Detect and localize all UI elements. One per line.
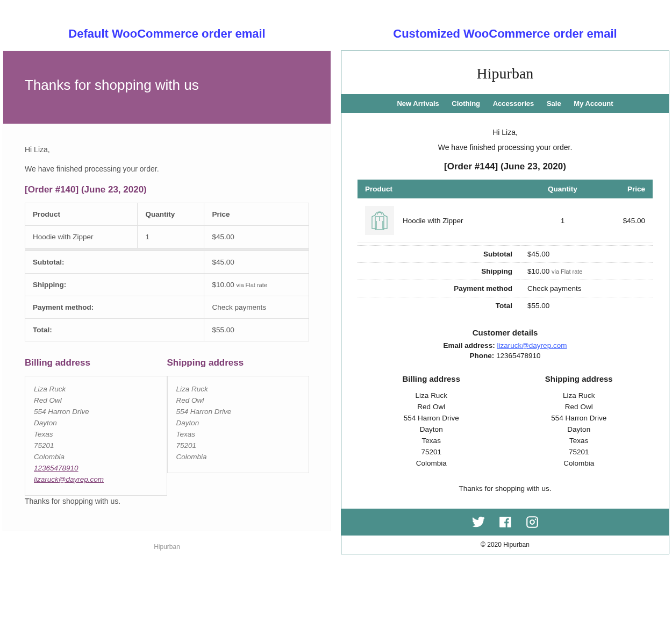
subtotal-k: Subtotal:	[25, 251, 204, 274]
hoodie-icon	[368, 209, 391, 232]
billing-phone-link[interactable]: 12365478910	[34, 464, 78, 472]
nav-new-arrivals[interactable]: New Arrivals	[397, 99, 439, 108]
caption-default: Default WooCommerce order email	[3, 27, 331, 41]
table-row: Payment method: Check payments	[25, 296, 309, 319]
th-price: Price	[596, 180, 653, 198]
th-product: Product	[358, 180, 529, 198]
shipping-address: Liza Ruck Red Owl 554 Harron Drive Dayto…	[167, 376, 310, 473]
table-row: Total: $55.00	[25, 319, 309, 341]
th-price: Price	[204, 203, 309, 226]
summary-table: Subtotal$45.00 Shipping$10.00 via Flat r…	[358, 245, 653, 314]
custom-brand: Hipurban	[341, 51, 669, 94]
custom-nav: New Arrivals Clothing Accessories Sale M…	[341, 94, 669, 113]
item-price: $45.00	[596, 198, 653, 243]
billing-address: Liza Ruck Red Owl 554 Harron Drive Dayto…	[25, 376, 167, 495]
billing-address-custom: Billing address Liza Ruck Red Owl 554 Ha…	[358, 373, 505, 469]
th-product: Product	[25, 203, 138, 226]
default-email-card: Thanks for shopping with us Hi Liza, We …	[3, 51, 331, 531]
billing-email-link[interactable]: lizaruck@dayrep.com	[34, 475, 104, 483]
intro: We have finished processing your order.	[25, 163, 309, 175]
facebook-icon[interactable]	[498, 515, 512, 529]
table-row: Hoodie with Zipper 1 $45.00	[25, 226, 309, 248]
item-name: Hoodie with Zipper	[25, 226, 138, 248]
shipping-v: $10.00 via Flat rate	[204, 274, 309, 296]
item-price: $45.00	[204, 226, 309, 248]
instagram-icon[interactable]	[525, 515, 539, 529]
custom-email-card: Hipurban New Arrivals Clothing Accessori…	[341, 51, 669, 554]
caption-custom: Customized WooCommerce order email	[341, 27, 669, 41]
total-k: Total:	[25, 319, 204, 341]
social-bar	[341, 509, 669, 536]
default-footer: Thanks for shopping with us.	[25, 496, 309, 508]
greeting: Hi Liza,	[25, 144, 309, 156]
order-title-custom: [Order #144] (June 23, 2020)	[358, 161, 653, 172]
copyright: © 2020 Hipurban	[341, 536, 669, 554]
nav-accessories[interactable]: Accessories	[493, 99, 534, 108]
payment-k: Payment method:	[25, 296, 204, 319]
greeting-custom: Hi Liza,	[358, 128, 653, 137]
table-row: Shipping: $10.00 via Flat rate	[25, 274, 309, 296]
default-header: Thanks for shopping with us	[3, 51, 331, 124]
customer-email-link[interactable]: lizaruck@dayrep.com	[497, 341, 567, 349]
product-thumb	[365, 206, 394, 235]
item-qty: 1	[138, 226, 204, 248]
table-row: Hoodie with Zipper 1 $45.00	[358, 198, 653, 243]
shipping-heading: Shipping address	[167, 358, 310, 368]
shipping-k: Shipping:	[25, 274, 204, 296]
item-qty: 1	[529, 198, 596, 243]
customer-details: Customer details Email address: lizaruck…	[358, 328, 653, 360]
total-v: $55.00	[204, 319, 309, 341]
nav-sale[interactable]: Sale	[547, 99, 561, 108]
billing-heading: Billing address	[25, 358, 167, 368]
intro-custom: We have finished processing your order.	[358, 143, 653, 152]
table-row: Subtotal: $45.00	[25, 251, 309, 274]
payment-v: Check payments	[204, 296, 309, 319]
nav-my-account[interactable]: My Account	[574, 99, 613, 108]
subtotal-v: $45.00	[204, 251, 309, 274]
custom-thanks: Thanks for shopping with us.	[358, 484, 653, 493]
order-title: [Order #140] (June 23, 2020)	[25, 184, 309, 195]
order-table: Product Quantity Price Hoodie with Zippe…	[25, 203, 309, 341]
twitter-icon[interactable]	[471, 515, 485, 529]
item-name: Hoodie with Zipper	[403, 217, 463, 225]
nav-clothing[interactable]: Clothing	[452, 99, 480, 108]
shipping-address-custom: Shipping address Liza Ruck Red Owl 554 H…	[505, 373, 653, 469]
th-qty: Quantity	[529, 180, 596, 198]
default-brand-footer: Hipurban	[3, 543, 331, 551]
th-qty: Quantity	[138, 203, 204, 226]
order-table-custom: Product Quantity Price Hoodie with Zippe…	[358, 180, 653, 243]
